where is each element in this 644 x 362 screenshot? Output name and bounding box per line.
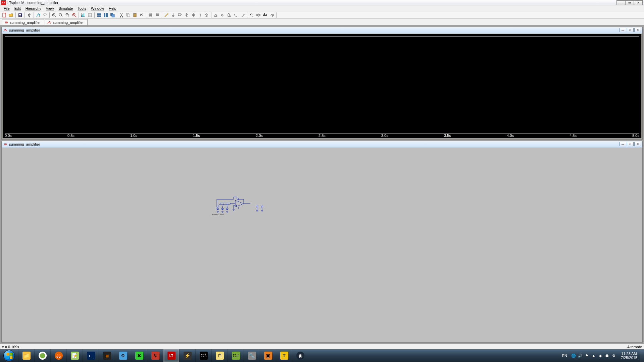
print-button[interactable] [148,12,154,18]
drag-button[interactable] [226,12,232,18]
place-ground-button[interactable] [170,12,176,18]
circuit-drawing [212,195,269,215]
taskbar-item-app7[interactable]: ▣ [260,349,276,362]
taskbar-item-app5[interactable]: C# [228,349,244,362]
find-button[interactable] [139,12,145,18]
plot-minimize-button[interactable]: — [620,28,626,32]
menu-window[interactable]: Window [89,6,106,11]
plot-close-button[interactable]: ✕ [634,28,641,32]
plot-canvas[interactable]: 0.0s 0.5s 1.0s 1.5s 2.0s 2.5s 3.0s 3.5s … [2,34,642,139]
show-desktop-button[interactable] [640,349,644,362]
menu-tools[interactable]: Tools [75,6,89,11]
paste-button[interactable] [132,12,138,18]
label-net-button[interactable] [177,12,183,18]
svg-rect-29 [150,16,152,17]
place-resistor-button[interactable] [184,12,190,18]
autorange-button[interactable] [80,12,86,18]
menu-hierarchy[interactable]: Hierarchy [23,6,44,11]
place-inductor-button[interactable] [197,12,203,18]
tray-network-icon[interactable]: 🌐 [571,353,576,358]
zoom-out-button[interactable] [64,12,70,18]
save-button[interactable] [17,12,23,18]
place-component-button[interactable] [213,12,219,18]
tab-schematic[interactable]: summing_amplifier [2,19,44,25]
place-diode-button[interactable] [204,12,210,18]
spice-directive-button[interactable]: .op [269,12,275,18]
zoom-fit-button[interactable] [71,12,77,18]
schematic-minimize-button[interactable]: — [620,142,626,146]
halt-button[interactable] [42,12,48,18]
taskbar-item-app2[interactable]: ⚙ [115,349,131,362]
new-schematic-button[interactable] [1,12,7,18]
schematic-maximize-button[interactable]: ▭ [627,142,634,146]
system-tray: EN 🌐 🔊 ⚑ ▲ ◆ ⬢ ⚙ 11:23 AM 7/25/2015 [557,349,644,362]
schematic-icon [3,142,8,147]
toggle-grid-button[interactable] [87,12,93,18]
rotate-button[interactable] [249,12,255,18]
plot-x-axis: 0.0s 0.5s 1.0s 1.5s 2.0s 2.5s 3.0s 3.5s … [5,134,639,138]
svg-rect-22 [128,14,130,17]
plot-window: summing_amplifier — ▭ ✕ 0.0s 0.5s 1.0s 1… [1,27,643,140]
tray-app-icon-3[interactable]: ⬢ [605,353,609,358]
taskbar-item-powershell[interactable]: ›_ [83,349,99,362]
taskbar-item-steam[interactable]: ◉ [292,349,308,362]
minimize-button[interactable]: — [616,0,625,5]
taskbar-item-app6[interactable]: 🔧 [244,349,260,362]
close-button[interactable]: ✕ [634,0,643,5]
print-setup-button[interactable] [154,12,160,18]
taskbar-item-app3[interactable]: ✖ [131,349,147,362]
menu-view[interactable]: View [44,6,56,11]
run-button[interactable] [35,12,41,18]
tray-app-icon-4[interactable]: ⚙ [611,353,616,358]
start-button[interactable] [0,349,18,362]
menu-edit[interactable]: Edit [12,6,23,11]
tray-app-icon[interactable]: ▲ [591,353,596,358]
taskbar-item-firefox[interactable]: 🦊 [50,349,66,362]
tray-app-icon-2[interactable]: ◆ [598,353,603,358]
spice-directive-text: .tran 0 5 0 0.1 [212,213,224,215]
schematic-canvas[interactable]: .tran 0 5 0 0.1 [2,148,642,342]
taskbar-item-sticky[interactable]: 🗒 [211,349,228,362]
maximize-button[interactable]: ▭ [625,0,634,5]
plot-maximize-button[interactable]: ▭ [627,28,634,32]
taskbar-item-app1[interactable]: ▦ [99,349,115,362]
tab-label: summing_amplifier [10,20,41,24]
redo-button[interactable] [240,12,246,18]
place-text-button[interactable]: Aa [262,12,268,18]
taskbar-item-notepadpp[interactable]: 📝 [66,349,83,362]
svg-rect-2 [19,14,21,15]
tray-action-center-icon[interactable]: ⚑ [585,353,589,358]
menu-help[interactable]: Help [106,6,119,11]
taskbar-item-app8[interactable]: T [276,349,292,362]
language-indicator[interactable]: EN [560,354,569,358]
place-capacitor-button[interactable] [190,12,196,18]
menu-simulate[interactable]: Simulate [56,6,75,11]
taskbar-item-cmd[interactable]: C:\ [195,349,211,362]
tile-vertical-button[interactable] [103,12,109,18]
waveform-icon [47,20,51,24]
taskbar-item-ltspice[interactable]: LT [163,349,179,362]
taskbar-item-app4[interactable]: ↯ [147,349,163,362]
move-button[interactable] [219,12,226,18]
svg-rect-11 [84,13,84,17]
mirror-button[interactable] [255,12,261,18]
tray-volume-icon[interactable]: 🔊 [578,353,583,358]
cut-button[interactable] [118,12,125,18]
copy-button[interactable] [125,12,131,18]
taskbar-item-chrome[interactable]: 🟢 [34,349,50,362]
control-panel-button[interactable] [26,12,32,18]
windows-taskbar: 📁 🟢 🦊 📝 ›_ ▦ ⚙ ✖ ↯ LT ⚡ C:\ 🗒 C# 🔧 ▣ T ◉… [0,349,644,362]
undo-button[interactable] [233,12,239,18]
taskbar-item-explorer[interactable]: 📁 [18,349,34,362]
tile-horizontal-button[interactable] [96,12,102,18]
open-button[interactable] [8,12,14,18]
menu-file[interactable]: File [1,6,12,11]
draw-wire-button[interactable] [163,12,169,18]
pan-button[interactable] [58,12,64,18]
schematic-close-button[interactable]: ✕ [634,142,641,146]
tab-waveform[interactable]: summing_amplifier [45,19,87,25]
zoom-in-button[interactable] [51,12,57,18]
taskbar-item-putty[interactable]: ⚡ [179,349,195,362]
taskbar-clock[interactable]: 11:23 AM 7/25/2015 [618,352,640,360]
cascade-button[interactable] [109,12,115,18]
